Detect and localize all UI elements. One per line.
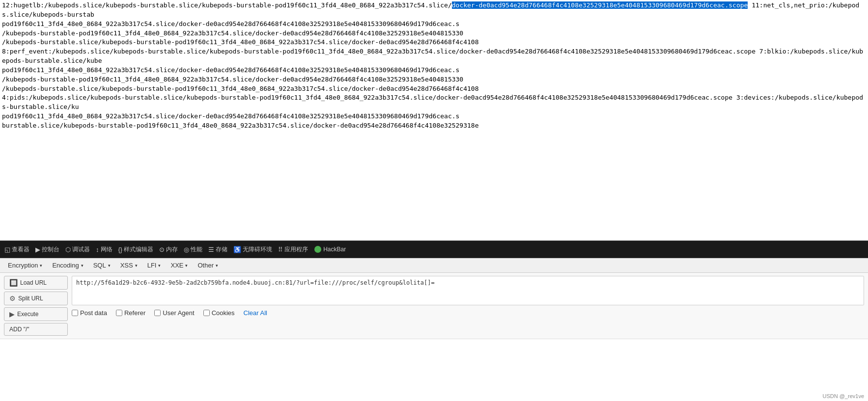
highlighted-text: docker-de0acd954e28d766468f4c4108e325293… — [452, 1, 748, 9]
devtools-item-hackbar[interactable]: HackBar — [311, 244, 349, 254]
url-input[interactable]: http://5f6a1d29-b2c6-4932-9e5b-2ad2cb759… — [72, 276, 864, 305]
post-data-checkbox-item[interactable]: Post data — [72, 309, 107, 317]
console-icon: ▶ — [35, 246, 40, 253]
xxe-arrow-icon: ▾ — [185, 263, 188, 268]
hackbar-main: 🔲 Load URL ⚙ Split URL ▶ Execute ADD "/"… — [0, 273, 868, 339]
post-data-label[interactable]: Post data — [80, 309, 107, 317]
sql-arrow-icon: ▾ — [108, 263, 111, 268]
network-icon: ↕ — [96, 246, 99, 253]
url-area: http://5f6a1d29-b2c6-4932-9e5b-2ad2cb759… — [72, 276, 864, 318]
hackbar-section: Encryption ▾ Encoding ▾ SQL ▾ XSS ▾ LFI … — [0, 258, 868, 339]
xss-arrow-icon: ▾ — [135, 263, 138, 268]
split-url-label: Split URL — [18, 295, 43, 302]
devtools-label-performance: 性能 — [191, 245, 202, 254]
clear-all-button[interactable]: Clear All — [244, 309, 267, 317]
menu-other[interactable]: Other ▾ — [194, 260, 222, 270]
devtools-item-network[interactable]: ↕ 网络 — [93, 244, 115, 255]
devtools-label-hackbar: HackBar — [323, 246, 346, 253]
menu-xss[interactable]: XSS ▾ — [116, 260, 141, 270]
devtools-item-storage[interactable]: ☰ 存储 — [206, 244, 230, 255]
menu-lfi[interactable]: LFI ▾ — [143, 260, 165, 270]
devtools-item-style-editor[interactable]: {} 样式编辑器 — [116, 244, 156, 255]
user-agent-checkbox[interactable] — [154, 310, 161, 316]
xxe-label: XXE — [170, 262, 183, 269]
hackbar-menu-bar: Encryption ▾ Encoding ▾ SQL ▾ XSS ▾ LFI … — [0, 258, 868, 273]
referer-checkbox-item[interactable]: Referer — [116, 309, 145, 317]
devtools-label-debugger: 调试器 — [72, 245, 90, 254]
encoding-arrow-icon: ▾ — [81, 263, 84, 268]
cookies-label[interactable]: Cookies — [212, 309, 235, 317]
other-arrow-icon: ▾ — [216, 263, 218, 268]
user-agent-label[interactable]: User Agent — [163, 309, 194, 317]
cookies-checkbox[interactable] — [203, 310, 210, 316]
debugger-icon: ⬡ — [65, 246, 71, 253]
sql-label: SQL — [93, 262, 106, 269]
content-area: 12:hugetlb:/kubepods.slice/kubepods-burs… — [0, 0, 868, 241]
xss-label: XSS — [120, 262, 133, 269]
accessibility-icon: ♿ — [233, 246, 241, 253]
user-agent-checkbox-item[interactable]: User Agent — [154, 309, 194, 317]
load-url-label: Load URL — [20, 279, 47, 286]
content-text: 12:hugetlb:/kubepods.slice/kubepods-burs… — [2, 1, 863, 129]
split-url-icon: ⚙ — [9, 294, 16, 302]
devtools-bar: ◱ 查看器 ▶ 控制台 ⬡ 调试器 ↕ 网络 {} 样式编辑器 ⊙ 内存 ◎ 性… — [0, 241, 868, 258]
other-label: Other — [197, 262, 214, 269]
split-url-button[interactable]: ⚙ Split URL — [4, 292, 68, 305]
devtools-item-performance[interactable]: ◎ 性能 — [181, 244, 205, 255]
inspector-icon: ◱ — [4, 246, 10, 253]
devtools-item-debugger[interactable]: ⬡ 调试器 — [63, 244, 92, 255]
add-slash-button[interactable]: ADD "/" — [4, 323, 68, 336]
execute-label: Execute — [17, 311, 38, 318]
encoding-label: Encoding — [52, 262, 79, 269]
lfi-label: LFI — [147, 262, 157, 269]
memory-icon: ⊙ — [159, 246, 165, 253]
hackbar-circle-icon — [314, 246, 321, 253]
encryption-arrow-icon: ▾ — [40, 263, 42, 268]
devtools-label-inspector: 查看器 — [12, 245, 29, 254]
menu-encoding[interactable]: Encoding ▾ — [48, 260, 87, 270]
devtools-label-accessibility: 无障碍环境 — [243, 245, 272, 254]
devtools-label-memory: 内存 — [166, 245, 178, 254]
menu-encryption[interactable]: Encryption ▾ — [4, 260, 46, 270]
menu-xxe[interactable]: XXE ▾ — [167, 260, 192, 270]
devtools-item-console[interactable]: ▶ 控制台 — [33, 244, 62, 255]
storage-icon: ☰ — [208, 246, 214, 253]
encryption-label: Encryption — [8, 262, 38, 269]
devtools-item-application[interactable]: ⠿ 应用程序 — [276, 244, 310, 255]
add-slash-label: ADD "/" — [9, 326, 29, 333]
left-buttons-panel: 🔲 Load URL ⚙ Split URL ▶ Execute ADD "/" — [4, 276, 68, 336]
extra-buttons-panel: ▶ Execute ADD "/" — [4, 307, 68, 336]
referer-checkbox[interactable] — [116, 310, 122, 316]
devtools-label-storage: 存储 — [216, 245, 227, 254]
footer-text: USDN @_rev1ve — [822, 393, 864, 399]
menu-sql[interactable]: SQL ▾ — [89, 260, 114, 270]
style-editor-icon: {} — [118, 246, 123, 253]
devtools-label-console: 控制台 — [42, 245, 59, 254]
devtools-item-memory[interactable]: ⊙ 内存 — [157, 244, 180, 255]
execute-icon: ▶ — [9, 310, 15, 318]
lfi-arrow-icon: ▾ — [158, 263, 161, 268]
application-icon: ⠿ — [278, 246, 283, 253]
devtools-label-network: 网络 — [101, 245, 112, 254]
load-url-icon: 🔲 — [9, 279, 18, 287]
post-data-checkbox[interactable] — [72, 310, 78, 316]
devtools-label-application: 应用程序 — [284, 245, 308, 254]
cookies-checkbox-item[interactable]: Cookies — [203, 309, 235, 317]
performance-icon: ◎ — [184, 246, 189, 253]
devtools-label-style-editor: 样式编辑器 — [124, 245, 153, 254]
devtools-item-inspector[interactable]: ◱ 查看器 — [2, 244, 32, 255]
referer-label[interactable]: Referer — [124, 309, 145, 317]
devtools-item-accessibility[interactable]: ♿ 无障碍环境 — [231, 244, 275, 255]
load-url-button[interactable]: 🔲 Load URL — [4, 276, 68, 290]
checkboxes-row: Post data Referer User Agent Cookies Cle… — [72, 308, 864, 318]
execute-button[interactable]: ▶ Execute — [4, 307, 68, 321]
footer-label: USDN @_rev1ve — [822, 393, 864, 399]
